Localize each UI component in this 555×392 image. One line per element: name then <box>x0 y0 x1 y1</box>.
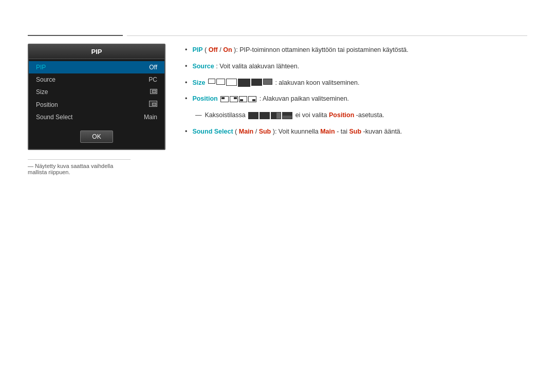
pip-value-position <box>149 101 157 108</box>
footnote: ― Näytetty kuva saattaa vaihdella mallis… <box>28 159 131 175</box>
pip-label-pip: PIP <box>36 64 46 71</box>
pip-value-pip: Off <box>149 64 157 71</box>
dual-icon-2 <box>260 112 270 119</box>
off-keyword: Off <box>209 46 218 53</box>
size-icon-4 <box>238 79 250 87</box>
bullet-position-content: Position : Alakuvan paikan valitseminen. <box>192 94 349 104</box>
bullet-size: Size : alakuvan koon valitseminen. <box>185 78 527 88</box>
ok-button-row: OK <box>29 125 164 149</box>
size-icon-small <box>150 89 157 94</box>
bullet-source: Source : Voit valita alakuvan lähteen. <box>185 62 527 71</box>
sub-keyword: Sub <box>259 128 271 135</box>
bullet-pip: PIP ( Off / On ): PIP-toiminnon ottamine… <box>185 45 527 55</box>
pip-label-position: Position <box>36 101 58 108</box>
ok-button[interactable]: OK <box>80 130 113 143</box>
pip-row-sound-select[interactable]: Sound Select Main <box>29 111 164 123</box>
top-line-main <box>127 35 527 36</box>
on-keyword: On <box>223 46 232 53</box>
bullet-position: Position : Alakuvan paikan valitseminen. <box>185 94 527 104</box>
pos-icon-tr <box>230 96 238 102</box>
sound-select-keyword: Sound Select <box>192 128 233 135</box>
pip-panel: PIP PIP Off Source PC Size Position <box>28 44 165 150</box>
size-keyword: Size <box>192 79 205 86</box>
sub-line: ― Kaksoistilassa ei voi valita Position … <box>185 110 527 120</box>
pip-row-size[interactable]: Size <box>29 86 164 98</box>
bullet-source-content: Source : Voit valita alakuvan lähteen. <box>192 62 299 71</box>
pos-icon-bl <box>239 96 247 102</box>
size-icon-1 <box>208 79 215 84</box>
dual-icon-1 <box>248 112 258 119</box>
pos-icon-br <box>248 96 256 102</box>
dual-icon-4 <box>282 112 292 119</box>
size-icon-6 <box>263 79 272 85</box>
bullet-size-content: Size : alakuvan koon valitseminen. <box>192 78 359 88</box>
pip-value-size <box>150 88 157 96</box>
pip-row-pip[interactable]: PIP Off <box>29 61 164 73</box>
pos-icon-tl <box>220 96 229 102</box>
em-dash: ― <box>195 110 202 120</box>
position-bold-keyword: Position <box>329 111 354 119</box>
sub-keyword-2: Sub <box>349 128 361 135</box>
bullet-list: PIP ( Off / On ): PIP-toiminnon ottamine… <box>185 45 527 104</box>
pip-row-position[interactable]: Position <box>29 98 164 111</box>
position-keyword: Position <box>192 95 217 102</box>
top-divider <box>28 35 527 36</box>
bullet-sound-select-content: Sound Select ( Main / Sub ): Voit kuunne… <box>192 127 402 137</box>
dual-icons-group <box>248 112 292 119</box>
top-line-accent <box>28 35 123 36</box>
size-icon-5 <box>251 79 262 86</box>
pip-label-source: Source <box>36 76 55 83</box>
pip-value-sound-select: Main <box>144 114 157 121</box>
pos-icons-group <box>220 96 256 102</box>
size-icon-3 <box>226 79 237 86</box>
bullet-pip-content: PIP ( Off / On ): PIP-toiminnon ottamine… <box>192 45 408 55</box>
pip-menu: PIP Off Source PC Size Position Sound Se… <box>29 59 164 125</box>
source-keyword: Source <box>192 63 214 70</box>
pip-row-source[interactable]: Source PC <box>29 73 164 86</box>
pip-keyword: PIP <box>192 46 202 53</box>
sub-line-content: Kaksoistilassa ei voi valita Position -a… <box>205 110 384 120</box>
pip-label-size: Size <box>36 88 48 96</box>
pip-title: PIP <box>29 45 164 59</box>
pip-value-source: PC <box>149 76 157 83</box>
main-keyword-2: Main <box>320 128 335 135</box>
main-keyword: Main <box>239 128 253 135</box>
size-icons-group <box>208 79 272 87</box>
bullet-sound-select: Sound Select ( Main / Sub ): Voit kuunne… <box>185 127 527 137</box>
pip-label-sound-select: Sound Select <box>36 114 72 121</box>
right-content: PIP ( Off / On ): PIP-toiminnon ottamine… <box>185 45 527 143</box>
size-icon-2 <box>216 79 225 85</box>
bullet-list-2: Sound Select ( Main / Sub ): Voit kuunne… <box>185 127 527 137</box>
dual-icon-3 <box>271 112 281 119</box>
position-icon <box>149 101 157 107</box>
